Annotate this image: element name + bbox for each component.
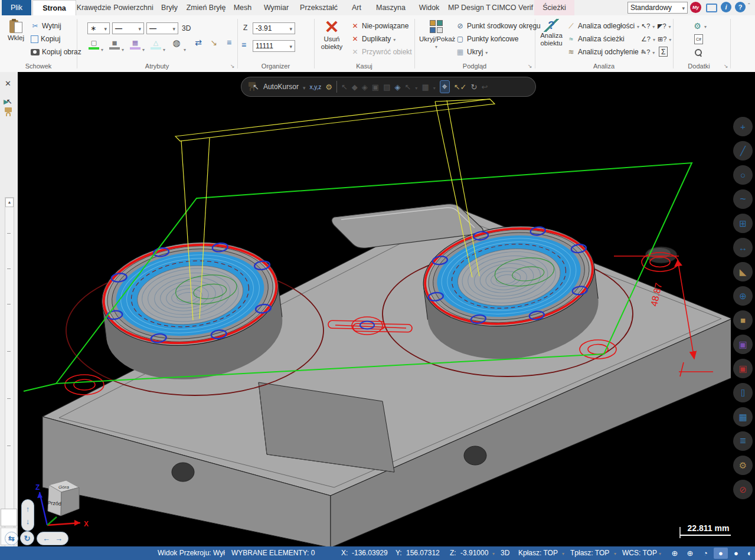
up-arrow-icon[interactable]: ↑ <box>26 505 30 513</box>
tab-krawedzie[interactable]: Krawędzie <box>76 0 112 15</box>
wireframe-color-button[interactable]: ▢ <box>87 39 100 53</box>
solid-box-icon[interactable]: ■ <box>733 310 753 330</box>
help-icon[interactable]: ? <box>735 2 746 12</box>
select-arrow-icon[interactable]: ↖ <box>341 83 348 91</box>
close-panel-icon[interactable]: ✕ <box>5 79 11 88</box>
tab-widok[interactable]: Widok <box>411 0 447 15</box>
set-attributes-button[interactable]: ⇄ <box>192 39 205 53</box>
chevron-down-icon[interactable] <box>142 43 145 54</box>
tab-zmien-bryle[interactable]: Zmień Bryłę <box>184 0 228 15</box>
delete-entities-button[interactable]: ✕ Usuń obiekty <box>316 19 347 51</box>
select-face-icon[interactable]: ◈ <box>362 83 368 91</box>
pan-vertical-control[interactable]: ↑ ↓ <box>21 499 34 531</box>
attributes-list-button[interactable]: ≡ <box>223 39 236 53</box>
mesh-color-button[interactable]: △ <box>149 39 162 53</box>
mode-3d-toggle[interactable]: 3D <box>501 546 509 560</box>
create-point-icon[interactable]: + <box>733 117 753 136</box>
copy-image-button[interactable]: Kopiuj obraz <box>31 47 81 57</box>
point-style-combo[interactable]: ∗ <box>87 22 110 34</box>
panel-expand-icon[interactable]: ▲ <box>5 198 14 207</box>
disable-icon[interactable]: ⊘ <box>733 480 753 499</box>
chevron-down-icon[interactable] <box>122 43 124 54</box>
run-addin-button[interactable]: ⚙ <box>693 21 707 31</box>
analyze-angle-button[interactable]: ∠? <box>641 34 655 44</box>
down-arrow-icon[interactable]: ↓ <box>26 517 30 526</box>
verify-selection-icon[interactable]: ↖✓ <box>454 83 467 91</box>
active-selection-mode-icon[interactable]: ⌖ <box>440 80 450 93</box>
analyze-chain-button[interactable]: ◤? <box>658 21 671 31</box>
chevron-down-icon[interactable] <box>492 546 495 560</box>
primitive-sphere-icon[interactable]: ⊕ <box>733 286 753 306</box>
delete-unattached-button[interactable]: ✕Nie-powiązane <box>351 21 408 31</box>
my-mastercam-icon[interactable]: My <box>690 2 701 13</box>
autocursor-label[interactable]: AutoKursor <box>263 83 299 91</box>
fence-select-icon[interactable]: ▦ <box>421 83 429 91</box>
tab-powierzchnie[interactable]: Powierzchni <box>112 0 155 15</box>
organize-brackets-icon[interactable]: [] <box>733 383 753 402</box>
z-coordinate-value[interactable]: -3.91000 <box>460 546 488 560</box>
endpoints-button[interactable]: ▢Punkty końcowe <box>456 34 518 44</box>
paste-button[interactable]: Wklej <box>4 19 28 41</box>
create-spline-icon[interactable]: ~ <box>733 189 753 209</box>
rotate-icon[interactable]: ↻ <box>24 534 31 543</box>
line-style-combo[interactable]: — <box>112 22 144 34</box>
dimension-icon[interactable]: ↔ <box>733 238 753 257</box>
view-cube-front-label[interactable]: Przód <box>47 500 61 507</box>
tab-wymiar[interactable]: Wymiar <box>257 0 295 15</box>
xyz-entry-icon[interactable]: x,y,z <box>309 84 321 90</box>
tab-mesh[interactable]: Mesh <box>228 0 257 15</box>
create-circle-icon[interactable]: ○ <box>733 165 753 185</box>
chevron-down-icon[interactable] <box>101 43 103 54</box>
command-finder-button[interactable] <box>694 47 702 57</box>
tab-przeksztalc[interactable]: Przekształć <box>296 0 342 15</box>
hidden-line-view-icon[interactable]: ⊕ <box>683 548 697 559</box>
tab-bryly[interactable]: Bryły <box>155 0 184 15</box>
analyze-entity-button[interactable]: ? Analiza obiektu <box>538 19 564 47</box>
dialog-launcher-icon[interactable]: ↘ <box>230 63 235 69</box>
tab-strona-glowna[interactable]: Strona Głów <box>32 0 76 16</box>
boolean-add-icon[interactable]: ▣ <box>733 335 753 354</box>
previous-view-control[interactable]: ⇆ <box>5 532 18 545</box>
panel-thumbnail[interactable] <box>1 509 17 526</box>
tab-maszyna[interactable]: Maszyna <box>371 0 410 15</box>
analyze-deviation-button[interactable]: ≋Analizuj odchylenie <box>567 47 643 57</box>
tplane-selector[interactable]: Tpłasz: TOP <box>570 546 609 560</box>
tab-cimco-verify[interactable]: CIMCO Verif <box>491 0 534 15</box>
chevron-down-icon[interactable] <box>433 81 436 92</box>
material-button[interactable]: ◍ <box>170 39 183 53</box>
section-view-status[interactable]: Widok Przekroju: Wył <box>158 546 225 560</box>
dialog-launcher-icon[interactable]: ↘ <box>724 63 728 69</box>
select-solid-icon[interactable]: ◆ <box>352 83 358 91</box>
match-attributes-button[interactable]: ↘ <box>207 39 220 53</box>
graphics-viewport[interactable]: 48.87 Góra Przód Z X 22.811 mm <box>18 72 731 546</box>
chevron-down-icon[interactable] <box>415 81 417 92</box>
autocursor-icon[interactable]: ↖ <box>253 83 259 91</box>
swap-icon[interactable]: ⇆ <box>8 534 15 543</box>
view-cube[interactable]: Góra Przód <box>47 480 79 516</box>
layers-stack-icon[interactable]: ≡ <box>733 431 753 451</box>
clear-selection-icon[interactable]: ↩ <box>481 83 488 91</box>
viewport-canvas[interactable]: 48.87 Góra Przód Z X 22.811 mm <box>18 72 731 546</box>
info-icon[interactable]: i <box>721 2 731 12</box>
settings-gear-icon[interactable]: ⚙ <box>733 456 753 475</box>
style-selector[interactable]: Standardowy <box>627 2 688 14</box>
analyze-area-button[interactable]: ⊞? <box>658 34 671 44</box>
select-feature-icon[interactable]: ▤ <box>383 83 390 91</box>
create-line-icon[interactable]: ╱ <box>733 141 753 161</box>
wireframe-box-icon[interactable]: ⊞ <box>733 214 753 233</box>
material-view-icon[interactable]: ◐ <box>743 548 755 559</box>
hide-show-button[interactable]: Ukryj/Pokaż <box>419 20 453 50</box>
left-arrow-icon[interactable]: ← <box>43 534 50 543</box>
circle-center-point-button[interactable]: ⊘Punkt środkowy okręgu <box>456 21 541 31</box>
surface-color-button[interactable]: ▦ <box>129 39 142 53</box>
window-select-icon[interactable]: ↖ <box>404 83 411 91</box>
select-body-icon[interactable]: ▣ <box>372 83 379 91</box>
run-selection-icon[interactable]: ▶↖ <box>4 96 12 106</box>
chamfer-icon[interactable]: ◣ <box>733 262 753 281</box>
tab-art[interactable]: Art <box>342 0 371 15</box>
level-combo[interactable]: 11111 <box>253 40 295 52</box>
tab-sciezki[interactable]: Ścieżki <box>534 0 574 15</box>
analyze-number-button[interactable]: ✎? <box>641 47 655 57</box>
collapse-ribbon-icon[interactable]: ˆ <box>748 2 750 9</box>
view-cube-top-label[interactable]: Góra <box>58 484 69 490</box>
